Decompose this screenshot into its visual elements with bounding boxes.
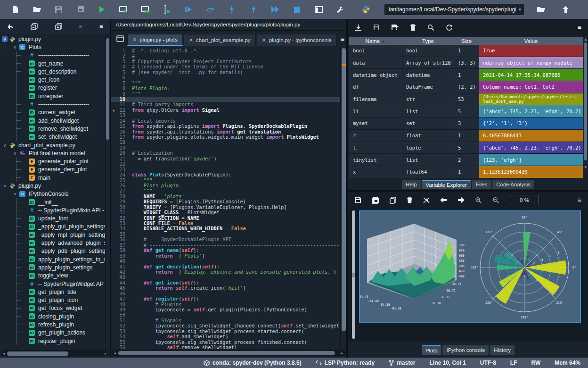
expander-icon[interactable]: ∨ — [2, 36, 8, 42]
outline-item[interactable]: mset_shellwidget — [0, 133, 106, 141]
browse-directory-icon[interactable] — [531, 3, 550, 16]
plots-menu-icon[interactable]: ≡ — [578, 196, 581, 204]
code-line[interactable]: 46 — [111, 291, 340, 296]
parent-directory-icon[interactable] — [556, 3, 575, 16]
variable-row[interactable]: xfloat6411.1235123099439 — [349, 166, 583, 178]
debug-step-over-icon[interactable] — [201, 3, 220, 16]
code-line[interactable]: 8Plots Plugin. — [111, 86, 340, 91]
outline-item[interactable]: #--------------------------- — [0, 51, 106, 59]
lsp-status[interactable]: LSP Python: ready — [316, 360, 375, 366]
code-line[interactable]: 27 """ — [111, 188, 340, 193]
previous-plot-icon[interactable] — [440, 197, 447, 203]
working-directory-combo[interactable]: ianitagomez/Local/Dev-Spyder/spyder/spyd… — [384, 4, 524, 15]
editor-tab[interactable]: ✕plugin.py - ipythonconsole — [257, 34, 337, 46]
code-line[interactable]: ▲12from qtpy.QtCore import Signal — [111, 108, 340, 113]
variable-row[interactable]: tinylistlist2[123, 'efgh'] — [349, 154, 583, 166]
code-line[interactable]: 22 — [111, 161, 340, 167]
variable-row[interactable]: filenamestr53/Users/Documents/spyder/spy… — [349, 93, 583, 106]
code-line[interactable]: 11# Third party imports — [111, 102, 340, 107]
tab-plots[interactable]: Plots — [422, 345, 441, 355]
code-line[interactable]: 50 — [111, 312, 340, 318]
code-line[interactable]: 56 self.remove_shellwidget) — [111, 345, 340, 349]
outline-item[interactable]: ∨plugin.py — [0, 35, 106, 43]
code-line[interactable]: 9""" — [111, 92, 340, 97]
code-line[interactable]: 48 # Plugins — [111, 302, 340, 307]
code-line[interactable]: 31 WIDGET_CLASS = PlotsWidget — [111, 210, 340, 215]
scroll-up-icon[interactable]: ▲ — [584, 37, 588, 42]
code-line[interactable]: 13 — [111, 113, 340, 118]
new-file-icon[interactable] — [6, 3, 24, 16]
tab-code-analysis[interactable]: Code Analysis — [492, 180, 534, 189]
run-cell-advance-icon[interactable] — [136, 3, 155, 16]
figure-canvas[interactable]: 400450500550600650700-84.41-84.40-84.39-… — [359, 210, 581, 323]
code-line[interactable]: 44 def get_icon(self): — [111, 280, 340, 285]
code-line[interactable]: 40 — [111, 259, 340, 264]
step-into-icon[interactable] — [222, 3, 241, 16]
code-line[interactable]: 2# — [111, 53, 340, 59]
outline-item[interactable]: mrefresh_plugin — [0, 320, 106, 328]
outline-item[interactable]: m_apply_advanced_plugin_s — [0, 239, 106, 247]
variable-row[interactable]: boolbool1True — [349, 45, 583, 57]
column-header-name[interactable]: Name ▲ — [349, 37, 402, 45]
save-all-plots-icon[interactable] — [372, 197, 379, 204]
editor-tab[interactable]: ✕chart_plot_example.py — [184, 34, 256, 46]
variable-row[interactable]: dfDataFrame(2, 2)Column names: Col1, Col… — [349, 81, 583, 93]
code-line[interactable]: 18 — [111, 140, 340, 145]
scrollbar-thumb[interactable] — [584, 42, 587, 160]
code-line[interactable]: 4# Licensed under the terms of the MIT L… — [111, 64, 340, 69]
stop-icon[interactable] — [287, 3, 306, 16]
outline-vertical-scrollbar[interactable] — [105, 36, 109, 349]
code-line[interactable]: 15from spyder.api.plugins import Plugins… — [111, 124, 340, 129]
outline-item[interactable]: m_apply_mpl_plugin_setting — [0, 231, 106, 239]
code-line[interactable]: 28 NAME = 'plots' — [111, 194, 340, 199]
debug-continue-icon[interactable] — [266, 3, 285, 16]
code-line[interactable]: 3# Copyright © Spyder Project Contributo… — [111, 59, 340, 64]
tab-history[interactable]: History — [490, 345, 514, 355]
code-line[interactable]: 52 ipyconsole.sig_shellwidget_changed.co… — [111, 323, 340, 328]
code-line[interactable]: 7""" — [111, 81, 340, 86]
code-line[interactable]: 23 — [111, 167, 340, 172]
python-interpreter-icon[interactable] — [356, 3, 375, 16]
variable-table-scrollbar[interactable]: ▲ ▼ — [583, 37, 588, 170]
code-line[interactable]: 6 — [111, 75, 340, 80]
outline-item[interactable]: mget_name — [0, 59, 106, 67]
outline-item[interactable]: #--------------------------- — [0, 100, 106, 108]
code-line[interactable]: 30 TABIFY = [Plugins.VariableExplorer, P… — [111, 205, 340, 210]
debug-file-icon[interactable] — [179, 3, 198, 16]
code-line[interactable]: 49 ipyconsole = self.get_plugin(Plugins.… — [111, 307, 340, 312]
variable-row[interactable]: ttuple5('abcd', 745, 2.23, 'efgh', 70.2) — [349, 142, 583, 154]
editor-tabs-menu-icon[interactable]: ≡ — [341, 35, 344, 43]
expander-icon[interactable]: ∨ — [2, 142, 8, 148]
code-line[interactable]: 16from spyder.api.translations import ge… — [111, 129, 340, 134]
tab-help[interactable]: Help — [402, 180, 421, 189]
editor-vertical-scrollbar[interactable] — [340, 46, 346, 349]
conda-env-status[interactable]: conda: spyder-dev (Python 3.8.5) — [204, 360, 302, 366]
thumbnail-scrollbar[interactable] — [352, 210, 355, 339]
outline-item[interactable]: mtoggle_view — [0, 272, 106, 280]
variable-explorer-menu-icon[interactable]: ≡ — [578, 24, 581, 31]
outline-item[interactable]: mapply_plugin_settings — [0, 263, 106, 271]
outline-item[interactable]: mget_focus_widget — [0, 304, 106, 312]
remove-plot-icon[interactable] — [407, 197, 413, 204]
chevron-down-icon[interactable]: ▼ — [516, 4, 523, 15]
variable-row[interactable]: rfloat16.46567886443 — [349, 130, 583, 142]
remove-variable-icon[interactable] — [410, 24, 416, 31]
code-line[interactable]: 29 REQUIRES = [Plugins.IPythonConsole] — [111, 199, 340, 204]
expander-icon[interactable]: ∨ — [12, 191, 18, 197]
code-line[interactable]: 54 self.add_shellwidget) — [111, 334, 340, 339]
expander-icon[interactable]: ∨ — [12, 151, 18, 156]
scroll-right-icon[interactable]: ▸ — [105, 351, 106, 356]
scroll-left-icon[interactable]: ◂ — [114, 351, 116, 356]
copy-plot-icon[interactable] — [390, 197, 396, 204]
run-selection-icon[interactable] — [157, 3, 176, 16]
code-line[interactable]: 42 return _('Display, explore and save c… — [111, 269, 340, 275]
open-file-icon[interactable] — [27, 3, 46, 16]
close-tab-icon[interactable]: ✕ — [189, 37, 193, 43]
code-line[interactable]: 5# (see spyder/__init__.py for details) — [111, 70, 340, 75]
code-line[interactable]: 47 def register(self): — [111, 296, 340, 301]
code-line[interactable]: 21_ = get_translation('spyder') — [111, 156, 340, 161]
outline-item[interactable]: mupdate_font — [0, 215, 106, 223]
step-return-icon[interactable] — [244, 3, 263, 16]
save-data-as-icon[interactable] — [391, 24, 399, 31]
outline-item[interactable]: madd_shellwidget — [0, 117, 106, 125]
